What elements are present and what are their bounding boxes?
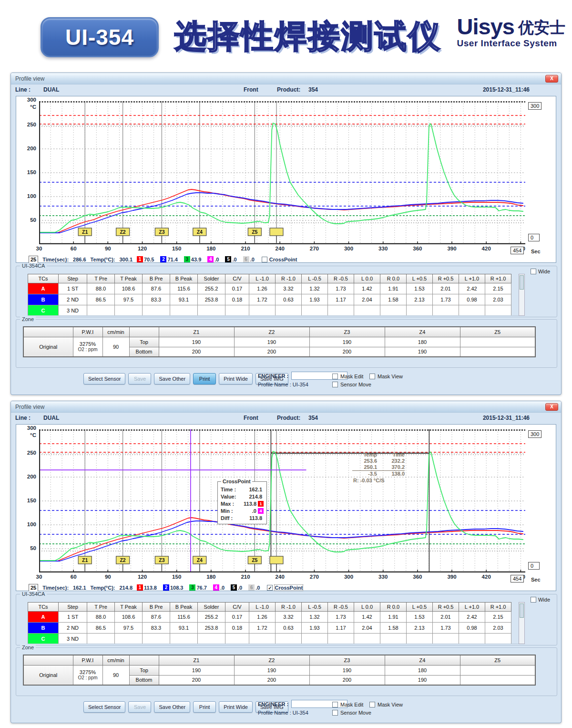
- titlebar[interactable]: Profile view X: [11, 401, 561, 413]
- svg-text:Z2: Z2: [120, 229, 125, 235]
- tc-cell: 87.6: [143, 612, 170, 623]
- tc-col-header: T Peak: [115, 603, 143, 612]
- tc-cell: 2.01: [433, 283, 459, 294]
- zone-bottom-z3: 200: [309, 675, 385, 685]
- info-row: Line : DUAL Front Product: 354 2015-12-3…: [11, 84, 561, 95]
- time-label: Time(sec):: [42, 257, 69, 262]
- sensor-move-label: Sensor Move: [340, 710, 371, 716]
- table-row[interactable]: A1 ST88.0108.687.6115.6255.20.171.263.32…: [28, 612, 511, 623]
- tc-cell: 1.17: [328, 623, 354, 634]
- mask-view-checkbox[interactable]: [369, 374, 375, 379]
- tc-cell: [433, 305, 459, 316]
- y-max-box[interactable]: 300: [528, 430, 541, 438]
- chart-panel: Z1Z2Z3Z4Z5 300°C50100150200250 306090120…: [16, 424, 556, 591]
- table-row[interactable]: C3 ND: [28, 305, 511, 316]
- x-start-box[interactable]: 25: [29, 584, 38, 592]
- close-icon[interactable]: X: [545, 75, 558, 83]
- tc-cell: 2.15: [485, 612, 511, 623]
- tc-cell: 115.6: [170, 283, 198, 294]
- tc-cell: 88.0: [87, 283, 115, 294]
- line-value: DUAL: [43, 86, 59, 93]
- select-sensor-button[interactable]: Select Sensor: [83, 701, 125, 713]
- crosspoint-info-box: CrossPoint Time :162.1Value:214.8Max :11…: [217, 481, 267, 524]
- tc-cell: 2.13: [407, 623, 433, 634]
- table-row[interactable]: B2 ND86.597.583.393.1253.80.181.720.631.…: [28, 294, 511, 305]
- tc-cell: 97.5: [115, 294, 143, 305]
- x-end-box[interactable]: 454: [511, 575, 524, 582]
- select-sensor-button[interactable]: Select Sensor: [83, 373, 125, 385]
- status-row: 25 Time(sec): 286.6 Temp(°C): 300.1 170.…: [29, 255, 297, 263]
- tc-cell: 2.13: [407, 294, 433, 305]
- mask-edit-checkbox[interactable]: [332, 702, 338, 707]
- profile-chart[interactable]: Z1Z2Z3Z4Z5: [39, 429, 525, 572]
- time-value: 286.6: [73, 257, 86, 262]
- y-tick: 250: [16, 122, 36, 127]
- svg-text:Z3: Z3: [159, 557, 164, 563]
- y-max-box[interactable]: 300: [528, 102, 541, 110]
- x-start-box[interactable]: 25: [29, 256, 38, 263]
- tc-cell: 2.03: [485, 294, 511, 305]
- tc-cell: 0.18: [225, 294, 249, 305]
- zone-table: P.W.I cm/min Z1 Z2 Z3 Z4 Z5 Original 327…: [23, 326, 536, 357]
- close-icon[interactable]: X: [545, 403, 558, 411]
- zone-top-z4: 180: [385, 337, 460, 347]
- svg-text:Z4: Z4: [197, 229, 203, 235]
- y-min-box[interactable]: 0: [528, 562, 540, 570]
- info-row: Line : DUAL Front Product: 354 2015-12-3…: [11, 413, 561, 423]
- mask-edit-checkbox[interactable]: [332, 374, 338, 379]
- save-other-button[interactable]: Save Other: [154, 701, 190, 713]
- table-row[interactable]: C3 ND: [28, 634, 511, 645]
- front-label: Front: [244, 415, 258, 421]
- brand-name-chinese: 优安士: [518, 18, 565, 37]
- sensor-move-checkbox[interactable]: [332, 710, 338, 716]
- crosspoint-checkbox[interactable]: [262, 257, 267, 262]
- zone-header-z3: Z3: [309, 655, 385, 665]
- save-other-button[interactable]: Save Other: [154, 373, 190, 385]
- tc-col-header: TCs: [28, 603, 59, 612]
- tc-table: TCsStepT PreT PeakB PreB PeakSolderC/VL …: [28, 602, 511, 644]
- zone-header: [23, 327, 73, 337]
- x-tick: 90: [97, 574, 118, 580]
- profile-chart[interactable]: Z1Z2Z3Z4Z5: [39, 101, 525, 244]
- zone-top-z4: 180: [385, 665, 460, 675]
- line-label: Line :: [15, 415, 31, 421]
- mask-edit-label: Mask Edit: [340, 702, 363, 707]
- table-row[interactable]: B2 ND86.597.583.393.1253.80.181.720.631.…: [28, 623, 511, 634]
- save-button[interactable]: Save: [128, 701, 151, 713]
- save-button[interactable]: Save: [128, 373, 151, 385]
- crosspoint-checkbox[interactable]: ✓: [267, 585, 273, 591]
- tc-cell: 108.6: [115, 612, 143, 623]
- zone-header: [23, 655, 73, 665]
- zone-header-z3: Z3: [309, 327, 385, 337]
- table-row[interactable]: A1 ST88.0108.687.6115.6255.20.171.263.32…: [28, 283, 511, 294]
- tc-cell: 1.73: [328, 283, 354, 294]
- wide-checkbox[interactable]: [531, 269, 536, 274]
- tc-col-header: B Peak: [170, 274, 198, 283]
- tc-color-cell: C: [28, 305, 59, 316]
- print-button[interactable]: Print: [193, 373, 216, 385]
- tc-cell: 1.93: [302, 623, 328, 634]
- product-value: 354: [308, 86, 318, 93]
- zone-header-cmmin: cm/min: [102, 327, 129, 337]
- mask-view-checkbox[interactable]: [369, 702, 375, 707]
- tc-col-header: R -1.0: [276, 603, 302, 612]
- print-wide-button[interactable]: Print Wide: [219, 373, 253, 385]
- tc-cell: 2.15: [485, 283, 511, 294]
- print-button[interactable]: Print: [193, 701, 216, 713]
- tc-table-scrollbar[interactable]: [519, 274, 525, 316]
- channel-3-chip: 343.9: [184, 256, 201, 262]
- tc-cell: 1.53: [407, 612, 433, 623]
- tc-col-header: L +0.5: [407, 603, 433, 612]
- tc-cell: [302, 305, 328, 316]
- titlebar[interactable]: Profile view X: [11, 73, 561, 84]
- wide-checkbox[interactable]: [531, 597, 536, 603]
- x-tick: 300: [338, 246, 359, 251]
- y-min-box[interactable]: 0: [528, 234, 540, 241]
- line-label: Line :: [15, 86, 31, 93]
- print-wide-button[interactable]: Print Wide: [219, 701, 253, 713]
- tc-col-header: R 0.0: [380, 603, 407, 612]
- x-end-box[interactable]: 454: [511, 247, 524, 254]
- zone-table: P.W.I cm/min Z1 Z2 Z3 Z4 Z5 Original 327…: [23, 655, 536, 686]
- sensor-move-checkbox[interactable]: [332, 382, 338, 387]
- tc-table-scrollbar[interactable]: [519, 602, 525, 644]
